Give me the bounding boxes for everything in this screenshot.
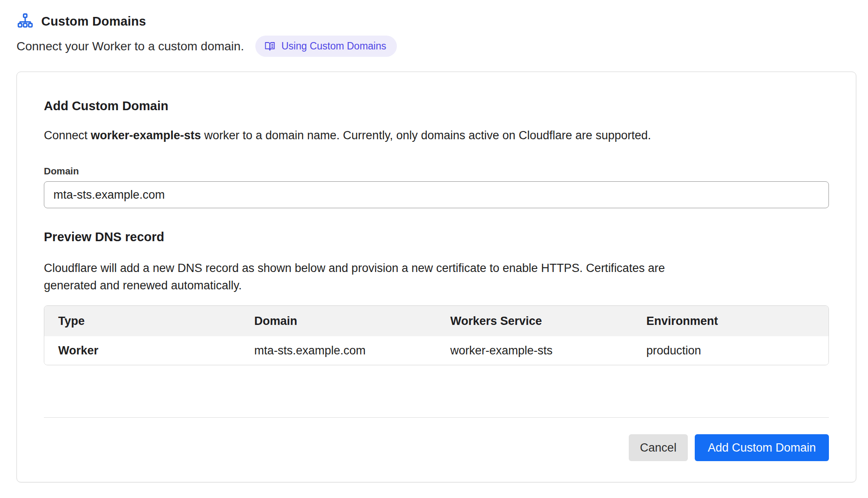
table-header-workers-service: Workers Service <box>436 306 633 336</box>
add-custom-domain-card: Add Custom Domain Connect worker-example… <box>17 72 856 482</box>
table-row: Worker mta-sts.example.com worker-exampl… <box>44 336 828 365</box>
open-book-icon <box>264 40 276 52</box>
intro-suffix: worker to a domain name. Currently, only… <box>201 129 651 142</box>
page-title: Custom Domains <box>41 14 146 29</box>
footer-actions: Cancel Add Custom Domain <box>44 434 829 461</box>
cell-type: Worker <box>44 336 241 365</box>
add-custom-domain-button[interactable]: Add Custom Domain <box>695 434 829 461</box>
intro-prefix: Connect <box>44 129 91 142</box>
table-header-row: Type Domain Workers Service Environment <box>44 306 828 336</box>
sitemap-hierarchy-icon <box>17 13 34 29</box>
dns-preview-table: Type Domain Workers Service Environment … <box>44 305 829 365</box>
domain-input[interactable] <box>44 181 829 208</box>
cell-domain: mta-sts.example.com <box>241 336 437 365</box>
page-header: Custom Domains Connect your Worker to a … <box>17 13 851 57</box>
preview-dns-description: Cloudflare will add a new DNS record as … <box>44 259 678 294</box>
cell-environment: production <box>633 336 829 365</box>
cancel-button[interactable]: Cancel <box>629 434 688 461</box>
page-subtitle: Connect your Worker to a custom domain. <box>17 39 244 53</box>
preview-dns-title: Preview DNS record <box>44 229 829 245</box>
using-custom-domains-label: Using Custom Domains <box>281 41 386 51</box>
table-header-type: Type <box>44 306 241 336</box>
worker-name: worker-example-sts <box>91 129 201 142</box>
table-header-environment: Environment <box>633 306 829 336</box>
cell-workers-service: worker-example-sts <box>436 336 633 365</box>
card-intro: Connect worker-example-sts worker to a d… <box>44 128 829 143</box>
footer-divider <box>44 417 829 418</box>
using-custom-domains-link[interactable]: Using Custom Domains <box>255 36 397 57</box>
table-header-domain: Domain <box>241 306 437 336</box>
domain-field-label: Domain <box>44 166 829 177</box>
card-title: Add Custom Domain <box>44 98 829 114</box>
